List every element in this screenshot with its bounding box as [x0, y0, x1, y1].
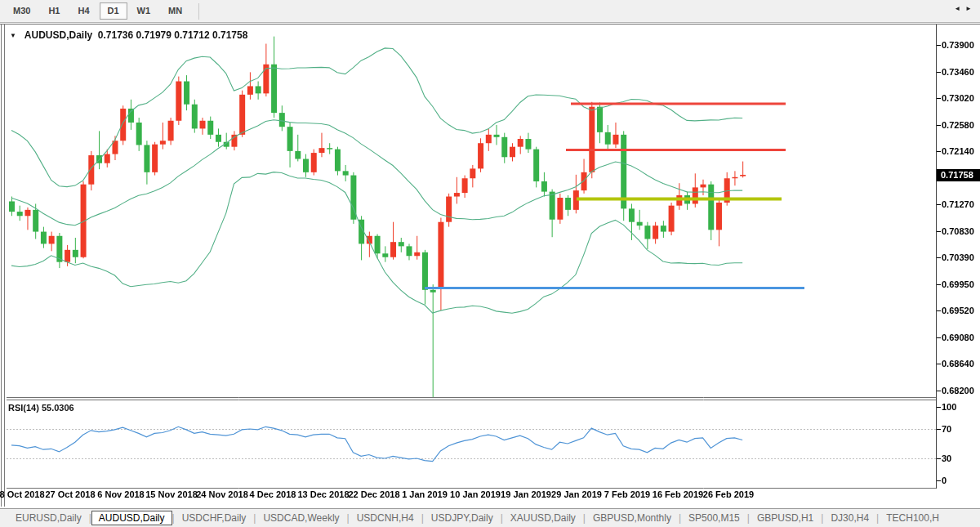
symbol-tab-gbpusd[interactable]: GBPUSD,Monthly: [586, 511, 679, 525]
date-tick-label: 16 Feb 2019: [653, 489, 703, 499]
date-tick-label: 27 Oct 2018: [45, 489, 95, 499]
price-tick-label: 0.70830: [942, 226, 979, 237]
rsi-tick-label: 100: [942, 401, 979, 413]
symbol-tab-gbpusd[interactable]: GBPUSD,H1: [750, 511, 821, 525]
symbol-tab-sp500[interactable]: SP500,M15: [681, 511, 747, 525]
price-tick-label: 0.71270: [942, 199, 979, 210]
date-tick-label: 15 Nov 2018: [145, 489, 198, 499]
date-tick-label: 26 Feb 2019: [703, 489, 754, 499]
price-tick-label: 0.73020: [942, 92, 979, 104]
rsi-indicator-label: RSI(14) 55.0306: [8, 403, 74, 413]
tab-scroll-arrows[interactable]: ◄►: [954, 5, 977, 12]
symbol-tab-bar: EURUSD,Daily|AUDUSD,Daily|USDCHF,Daily|U…: [0, 508, 980, 527]
price-tick-label: 0.72580: [942, 119, 979, 131]
mt4-chart-window: M30H1H4D1W1MN ▼ AUDUSD,Daily 0.71736 0.7…: [0, 0, 980, 527]
date-tick-label: 6 Nov 2018: [97, 489, 144, 499]
price-tick-label: 0.69080: [942, 332, 979, 343]
chart-title: ▼ AUDUSD,Daily 0.71736 0.71979 0.71712 0…: [10, 29, 247, 41]
symbol-label: AUDUSD,Daily: [24, 29, 92, 41]
current-price-badge: 0.71758: [937, 169, 980, 181]
date-tick-label: 24 Nov 2018: [196, 489, 248, 499]
rsi-tick-label: 70: [942, 423, 979, 435]
price-tick-label: 0.70390: [942, 252, 979, 263]
symbol-tab-usdcad[interactable]: USDCAD,Weekly: [256, 511, 346, 525]
date-tick-label: 29 Jan 2019: [551, 489, 602, 499]
price-tick-label: 0.73460: [942, 66, 979, 78]
date-tick-label: 1 Jan 2019: [402, 489, 448, 499]
ohlc-values: 0.71736 0.71979 0.71712 0.71758: [98, 29, 248, 41]
symbol-tab-tech100[interactable]: TECH100,H: [879, 511, 947, 525]
price-tick-label: 0.69950: [942, 279, 979, 290]
symbol-tab-dj30[interactable]: DJ30,H4: [823, 511, 876, 525]
date-tick-label: 22 Dec 2018: [349, 489, 400, 499]
price-tick-label: 0.68640: [942, 358, 979, 369]
symbol-tab-usdjpy[interactable]: USDJPY,Daily: [424, 511, 501, 525]
price-chart-canvas[interactable]: [0, 0, 980, 527]
symbol-dropdown-icon[interactable]: ▼: [10, 32, 16, 39]
date-tick-label: 19 Jan 2019: [501, 489, 551, 499]
rsi-tick-label: 30: [942, 453, 979, 464]
date-tick-label: 7 Feb 2019: [604, 489, 650, 499]
price-tick-label: 0.72140: [942, 145, 979, 157]
date-tick-label: 4 Dec 2018: [250, 489, 296, 499]
price-tick-label: 0.69520: [942, 305, 979, 316]
rsi-tick-label: 0: [942, 475, 979, 486]
symbol-tab-usdcnh[interactable]: USDCNH,H4: [350, 511, 421, 525]
price-tick-label: 0.68200: [942, 385, 979, 396]
date-tick-label: 18 Oct 2018: [0, 489, 45, 499]
symbol-tab-xauusd[interactable]: XAUUSD,Daily: [503, 511, 583, 525]
symbol-tab-audusd[interactable]: AUDUSD,Daily: [91, 511, 172, 525]
symbol-tab-usdchf[interactable]: USDCHF,Daily: [175, 511, 254, 525]
symbol-tab-eurusd[interactable]: EURUSD,Daily: [8, 511, 89, 525]
price-tick-label: 0.73900: [942, 39, 979, 51]
tab-scroll-right-icon[interactable]: ►: [965, 5, 977, 12]
date-tick-label: 10 Jan 2019: [450, 489, 501, 499]
date-tick-label: 13 Dec 2018: [298, 489, 350, 499]
tab-scroll-left-icon[interactable]: ◄: [954, 5, 965, 12]
